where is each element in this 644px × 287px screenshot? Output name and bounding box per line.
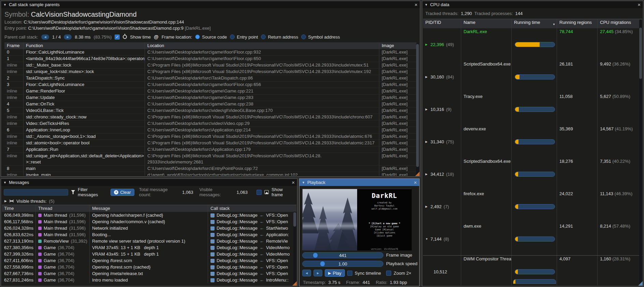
messages-titlebar[interactable]: ▼ Messages ×: [1, 179, 297, 186]
call-stack-row[interactable]: inline std::_Mutex_base::lock C:\Program…: [4, 62, 416, 69]
callstack-cell[interactable]: DebugLog::Message←VFS::Open: [208, 264, 296, 270]
call-stack-row[interactable]: 8 main C:\Users\wolf\Desktop\darkrl\src\…: [4, 166, 416, 172]
function-cell[interactable]: Game::OnTick: [24, 101, 145, 107]
expand-icon[interactable]: ▶: [425, 41, 428, 48]
call-stack-row[interactable]: 0 Floor::CalcLightNoLuminance C:\Users\w…: [4, 49, 416, 56]
radio-symbol-address[interactable]: Symbol address: [301, 34, 340, 40]
radio-icon[interactable]: [301, 34, 306, 39]
call-stack-row[interactable]: inline std::atomic<bool>::operator bool …: [4, 140, 416, 146]
function-cell[interactable]: Application::Run: [24, 146, 145, 153]
cpu-titlebar[interactable]: ▼ CPU data ×: [422, 1, 643, 8]
process-row[interactable]: ▶30,160(84) ScriptedSandbox64.exe 2.51 s…: [423, 61, 642, 93]
step-back-button[interactable]: ◀: [302, 270, 311, 276]
function-cell[interactable]: Application::InnerLoop: [24, 127, 145, 133]
message-row[interactable]: 627,380,356ns Game(36,704) VRAM 37x45: 1…: [2, 244, 296, 251]
list-icon[interactable]: [210, 265, 215, 269]
pid-cell[interactable]: ▼7,144(8): [423, 223, 461, 255]
message-row[interactable]: 606,049,398ns Main thread(31,596) Openin…: [2, 212, 296, 218]
radio-return-address[interactable]: Return address: [261, 34, 298, 40]
prev-stack-button[interactable]: ◀: [41, 34, 49, 40]
column-header-frame[interactable]: Frame: [4, 42, 24, 49]
message-row[interactable]: 627,558,996ns Game(36,704) Opening /fore…: [2, 264, 296, 270]
frame-image-preview[interactable]: DarkRL created by Bartosz Taudul wolf.pl…: [302, 189, 411, 250]
show-frame-checkbox[interactable]: [257, 190, 262, 195]
expand-icon[interactable]: ▼: [425, 236, 428, 242]
speed-slider[interactable]: 1.00: [302, 261, 383, 267]
call-stack-row[interactable]: 5 VideoGLBase::Tick C:\Users\wolf\Deskto…: [4, 107, 416, 114]
list-icon[interactable]: [210, 246, 215, 250]
function-cell[interactable]: TaskDispatch::Sync: [24, 75, 145, 81]
callstack-cell[interactable]: DebugLog::Message←IntroMenu::: [208, 277, 296, 283]
column-header-function[interactable]: Function: [24, 42, 145, 49]
function-cell[interactable]: Floor::CalcLightNoLuminance: [24, 49, 145, 55]
close-icon[interactable]: ×: [414, 180, 417, 185]
callstack-cell[interactable]: DebugLog::Message←VFS::Open: [208, 257, 296, 264]
function-cell[interactable]: VideoGLBase::Tick: [24, 107, 145, 114]
pid-cell[interactable]: ▶34,412(18): [423, 158, 461, 190]
radio-icon[interactable]: [195, 34, 200, 39]
column-header-location[interactable]: Location: [145, 42, 379, 49]
list-icon[interactable]: [210, 239, 215, 243]
call-stack-row[interactable]: inline invoke_main d:\agent\_work\63\s\s…: [4, 172, 416, 176]
list-icon[interactable]: [210, 272, 215, 276]
play-button[interactable]: ▶ Play: [325, 269, 345, 277]
message-row[interactable]: 626,024,328ns Main thread(31,596) Networ…: [2, 225, 296, 231]
radio-entry-point[interactable]: Entry point: [230, 34, 258, 40]
column-header-running-time[interactable]: ▼Running time: [512, 19, 557, 28]
frame-slider[interactable]: 441: [302, 252, 383, 258]
call-stack-row[interactable]: inline std::chrono::steady_clock::now C:…: [4, 114, 416, 120]
scrollbar[interactable]: [293, 212, 296, 285]
resize-grip[interactable]: [638, 281, 643, 286]
list-icon[interactable]: [210, 252, 215, 256]
function-cell[interactable]: main: [24, 166, 145, 172]
process-row[interactable]: ▶2,492(7) firefox.exe 1.71 s (7.42%) 24,…: [423, 190, 642, 223]
call-stack-row[interactable]: inline std::unique_ptr<Application,std::…: [4, 153, 416, 166]
next-stack-button[interactable]: ▶: [64, 34, 72, 40]
pid-cell[interactable]: ▶22,396(49): [423, 28, 461, 61]
function-cell[interactable]: std::_Atomic_storage<bool,1>::load: [24, 133, 145, 140]
radio-icon[interactable]: [261, 34, 266, 39]
scrollbar-thumb[interactable]: [293, 212, 296, 227]
expand-icon[interactable]: ▶: [425, 139, 428, 145]
scrollbar-thumb[interactable]: [639, 28, 642, 79]
expand-icon[interactable]: ▶: [425, 171, 428, 177]
process-row[interactable]: ▶22,396(49) DarkRL.exe 14.33 s (62.06%) …: [423, 28, 642, 61]
function-cell[interactable]: Video::GetTicksHiRes: [24, 120, 145, 127]
call-stack-row[interactable]: 3 Floor::CalcLightNoLuminance C:\Users\w…: [4, 82, 416, 88]
call-stack-row[interactable]: 6 Application::InnerLoop C:\Users\wolf\D…: [4, 127, 416, 133]
list-icon[interactable]: [210, 213, 215, 217]
collapse-icon[interactable]: ▼: [3, 181, 6, 184]
callstack-cell[interactable]: DebugLog::Message←StartNetwo: [208, 225, 296, 231]
message-row[interactable]: 626,833,622ns Main thread(31,596) Bootin…: [2, 231, 296, 238]
collapse-icon[interactable]: ▼: [302, 181, 305, 184]
list-icon[interactable]: [210, 220, 215, 224]
call-stack-row[interactable]: inline std::unique_lock<std::mutex>::loc…: [4, 69, 416, 75]
scrollbar[interactable]: [639, 19, 642, 285]
callstack-cell[interactable]: DebugLog::Message←VideoMemo: [208, 251, 296, 257]
message-row[interactable]: 627,667,736ns Game(36,704) Opening /meta…: [2, 270, 296, 277]
scrollbar[interactable]: [416, 43, 419, 175]
callstack-cell[interactable]: DebugLog::Message←Application:: [208, 231, 296, 238]
function-cell[interactable]: Game::RenderFloor: [24, 88, 145, 94]
playback-titlebar[interactable]: ▼ Playback ×: [299, 179, 419, 186]
close-icon[interactable]: ×: [638, 2, 641, 7]
list-icon[interactable]: [210, 278, 215, 282]
pid-cell[interactable]: 10,512: [423, 256, 461, 285]
function-cell[interactable]: std::unique_lock<std::mutex>::lock: [24, 69, 145, 75]
process-row[interactable]: ▶31,340(75) devenv.exe 1.91 s (8.26%) 35…: [423, 126, 642, 158]
resize-grip[interactable]: [292, 281, 297, 286]
column-header-pid[interactable]: PID/TID: [423, 19, 461, 28]
collapse-icon[interactable]: ▼: [425, 3, 428, 6]
step-forward-button[interactable]: ▶: [313, 270, 322, 276]
pid-cell[interactable]: ▶10,316(9): [423, 93, 461, 126]
call-stack-row[interactable]: 4 Game::OnTick C:\Users\wolf\Desktop\dar…: [4, 101, 416, 107]
resize-grip[interactable]: [415, 172, 420, 176]
entry-point-value[interactable]: C:\Users\wolf\Desktop\darkrl\src\game\vi…: [28, 26, 184, 31]
column-header-cpu-migrations[interactable]: CPU migrations: [598, 19, 642, 28]
call-stack-row[interactable]: 2 TaskDispatch::Sync C:\Users\wolf\Deskt…: [4, 75, 416, 82]
function-cell[interactable]: std::unique_ptr<Application,std::default…: [24, 153, 145, 165]
expand-icon[interactable]: ▶: [425, 74, 428, 80]
list-icon[interactable]: [210, 259, 215, 263]
close-icon[interactable]: ×: [414, 2, 418, 7]
function-cell[interactable]: invoke_main: [24, 172, 145, 176]
